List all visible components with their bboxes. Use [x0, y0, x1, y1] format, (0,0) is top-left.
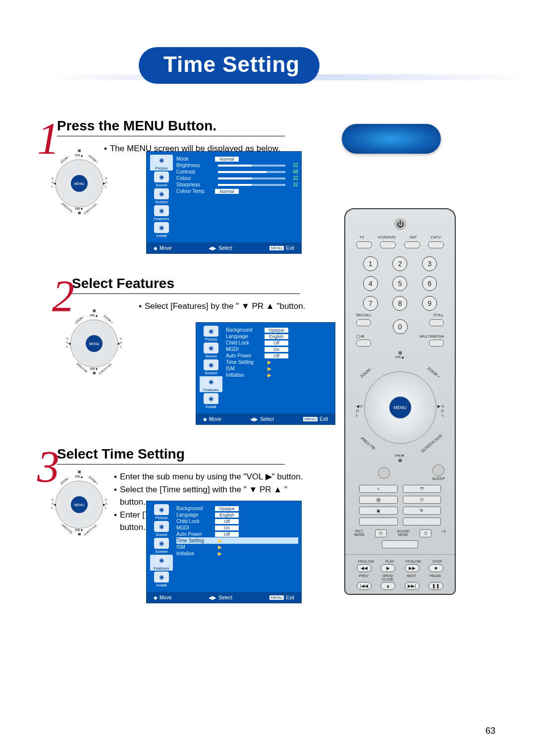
source-button[interactable]: [356, 241, 372, 248]
num-2[interactable]: 2: [392, 256, 407, 271]
svg-text:O: O: [120, 341, 122, 344]
num-5[interactable]: 5: [392, 276, 407, 291]
onscreen-menu-picture: ◉Picture◉Sound◉Screen◉Features◉Install M…: [146, 151, 302, 254]
menu-sidebar-item[interactable]: ◉Screen: [150, 538, 173, 554]
mute-button[interactable]: [378, 467, 390, 479]
menu-row[interactable]: Auto PowerOff: [226, 352, 332, 359]
onscreen-menu-features-highlighted: ◉Picture◉Sound◉Screen◉Features◉Install B…: [146, 501, 302, 603]
menu-sidebar-item[interactable]: ◉Install: [200, 393, 222, 409]
multimedia-label: MULTIMEDIA: [420, 334, 444, 339]
menu-row[interactable]: ModeNormal: [176, 156, 298, 162]
svg-text:◀: ◀: [68, 342, 71, 345]
menu-row[interactable]: Sharpness32: [176, 181, 298, 188]
menu-chip: MENU: [269, 246, 284, 250]
menu-row[interactable]: MGDIOn: [226, 346, 332, 352]
num-3[interactable]: 3: [422, 256, 437, 271]
svg-text:O: O: [66, 341, 69, 344]
power-icon[interactable]: ⏻: [394, 218, 406, 230]
svg-text:◀: ◀: [54, 503, 56, 506]
menu-sidebar-item[interactable]: ◉Install: [150, 222, 173, 238]
eject-button[interactable]: ▲: [380, 582, 395, 590]
source-button[interactable]: [404, 241, 420, 248]
num-1[interactable]: 1: [363, 256, 378, 271]
menu-row[interactable]: BackgroundOpaque: [226, 327, 332, 333]
menu-row[interactable]: LanguageEnglish: [176, 512, 298, 518]
menu-sidebar-item[interactable]: ◉Picture: [200, 326, 222, 342]
play-button[interactable]: ▶: [380, 564, 395, 572]
func-button[interactable]: [403, 518, 441, 525]
svg-text:L: L: [52, 185, 54, 188]
menu-sidebar: ◉Picture◉Sound◉Screen◉Features◉Install: [149, 155, 174, 240]
menu-sidebar-item[interactable]: ◉Sound: [150, 521, 173, 537]
pict-mode-button[interactable]: ☷: [375, 529, 387, 537]
menu-row[interactable]: ISM▶: [176, 544, 298, 550]
menu-sidebar-item[interactable]: ◉Picture: [150, 155, 173, 171]
menu-row[interactable]: Brightness32: [176, 162, 298, 169]
menu-sidebar-item[interactable]: ◉Sound: [200, 343, 222, 358]
menu-row[interactable]: Time Setting▶: [176, 537, 298, 544]
func-button[interactable]: [359, 518, 398, 525]
svg-text:L: L: [120, 345, 122, 348]
next-button[interactable]: ▶▶|: [405, 582, 420, 590]
menu-row[interactable]: Child LockOff: [176, 518, 298, 524]
num-0[interactable]: 0: [393, 319, 408, 334]
ffwd-button[interactable]: ▶▶: [405, 564, 420, 572]
menu-row[interactable]: LanguageEnglish: [226, 333, 332, 340]
menu-row[interactable]: MGDIOn: [176, 524, 298, 531]
menu-sidebar-item[interactable]: ◉Install: [150, 572, 173, 587]
num-8[interactable]: 8: [392, 296, 407, 311]
svg-text:▦: ▦: [78, 149, 81, 152]
menu-sidebar-item[interactable]: ◉Features: [150, 555, 173, 571]
still-label: STILL: [433, 313, 444, 317]
page-number: 63: [485, 726, 495, 736]
svg-text:V: V: [52, 177, 54, 180]
func-button[interactable]: ⧉: [403, 507, 441, 515]
func-button[interactable]: ▣: [359, 507, 398, 515]
menu-row[interactable]: Colour32: [176, 175, 298, 181]
num-9[interactable]: 9: [422, 296, 437, 311]
aspect-button[interactable]: [356, 340, 371, 347]
source-button[interactable]: [428, 241, 444, 248]
recall-button[interactable]: [356, 319, 371, 326]
svg-text:PR▲: PR▲: [90, 314, 99, 317]
menu-sidebar-item[interactable]: ◉Screen: [200, 359, 222, 375]
func-button[interactable]: ☷: [403, 496, 441, 504]
menu-row[interactable]: BackgroundOpaque: [176, 505, 298, 512]
menu-button[interactable]: MENU: [389, 397, 411, 418]
still-button[interactable]: [429, 319, 444, 326]
sound-mode-button[interactable]: ☷: [420, 529, 431, 537]
menu-sidebar-item[interactable]: ◉Features: [150, 205, 173, 221]
num-6[interactable]: 6: [422, 276, 437, 291]
menu-row[interactable]: Auto PowerOff: [176, 531, 298, 537]
num-4[interactable]: 4: [363, 276, 378, 291]
svg-text:PR▼: PR▼: [75, 528, 84, 532]
stop-button[interactable]: ■: [428, 564, 443, 572]
svg-text:◀: ◀: [54, 182, 56, 185]
multimedia-button[interactable]: [429, 340, 444, 347]
rewind-button[interactable]: ◀◀: [357, 564, 372, 572]
func-button[interactable]: ⁇: [403, 485, 441, 493]
menu-row[interactable]: Initialise▶: [226, 372, 332, 378]
menu-sidebar-item[interactable]: ◉Features: [200, 376, 222, 392]
menu-row[interactable]: Child LockOff: [226, 340, 332, 346]
i-ii-button[interactable]: [382, 540, 418, 548]
sleep-button[interactable]: [432, 465, 444, 476]
svg-text:▦: ▦: [78, 211, 81, 214]
func-button[interactable]: ⨂: [359, 496, 398, 504]
menu-row[interactable]: Initialise▶: [176, 550, 298, 557]
menu-sidebar-item[interactable]: ◉Sound: [150, 172, 173, 187]
pause-button[interactable]: ❚❚: [428, 582, 443, 590]
menu-sidebar-item[interactable]: ◉Picture: [150, 504, 173, 520]
func-button[interactable]: ≡: [359, 485, 398, 493]
source-button[interactable]: [380, 241, 396, 248]
menu-sidebar-item[interactable]: ◉Screen: [150, 188, 173, 204]
prev-button[interactable]: |◀◀: [357, 582, 372, 590]
menu-row[interactable]: ISM▶: [226, 365, 332, 372]
manual-page: Time Setting 1 Press the MENU Button. •T…: [0, 0, 535, 756]
menu-row[interactable]: Time Setting▶: [226, 359, 332, 365]
footer-exit: Exit: [286, 245, 294, 251]
menu-row[interactable]: Contrast48: [176, 169, 298, 175]
num-7[interactable]: 7: [363, 296, 378, 311]
menu-row[interactable]: Colour Temp.Normal: [176, 188, 298, 194]
svg-text:MENU: MENU: [89, 342, 100, 346]
